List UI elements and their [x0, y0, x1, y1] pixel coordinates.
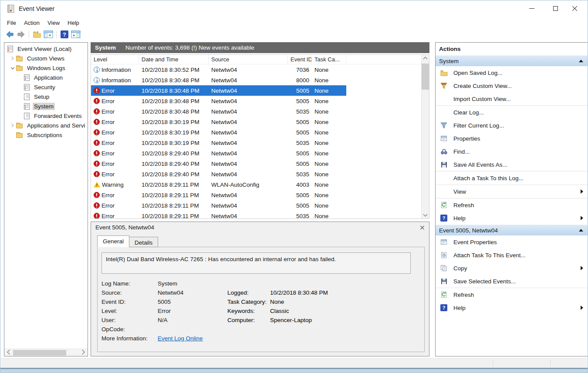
actions-section-event-header[interactable]: Event 5005, Netwtw04 — [436, 225, 588, 235]
scrollbar-thumb[interactable] — [422, 64, 429, 90]
preview-close-icon[interactable] — [419, 225, 425, 230]
event-log-online-link[interactable]: Event Log Online — [158, 334, 203, 343]
action-view[interactable]: View — [436, 185, 588, 198]
action-clear-log[interactable]: Clear Log... — [436, 106, 588, 119]
toolbar: ? — [4, 28, 588, 40]
forward-button[interactable] — [15, 29, 27, 40]
task-category-cell: None — [312, 192, 346, 198]
scrollbar-thumb[interactable] — [13, 350, 66, 356]
level-text: Error — [101, 98, 115, 104]
action-save-selected-events[interactable]: Save Selected Events... — [436, 275, 588, 288]
tree-item-application[interactable]: Application — [4, 73, 88, 82]
back-button[interactable] — [4, 29, 15, 40]
tree-item-subscriptions[interactable]: Subscriptions — [4, 130, 88, 140]
event-row[interactable]: Error 10/2/2018 8:29:11 PM Netwtw04 5035… — [91, 211, 421, 218]
action-open-saved-log[interactable]: Open Saved Log... — [436, 66, 588, 79]
event-row[interactable]: Error 10/2/2018 8:30:19 PM Netwtw04 5005… — [91, 127, 421, 138]
event-description[interactable]: Intel(R) Dual Band Wireless-AC 7265 : Ha… — [101, 252, 411, 274]
no-icon — [440, 95, 448, 103]
tree-item-windows-logs[interactable]: Windows Logs — [4, 63, 88, 73]
minimize-button[interactable] — [522, 1, 541, 15]
event-row[interactable]: Error 10/2/2018 8:30:48 PM Netwtw04 5005… — [91, 96, 421, 106]
date-cell: 10/2/2018 8:29:11 PM — [139, 181, 209, 188]
chevron-right-icon[interactable] — [10, 57, 14, 60]
tree-horizontal-scrollbar[interactable] — [4, 349, 88, 356]
action-create-custom-view[interactable]: Create Custom View... — [436, 79, 588, 92]
section-header-label: Event 5005, Netwtw04 — [439, 227, 498, 234]
tree-item-forwarded-events[interactable]: Forwarded Events — [4, 111, 88, 121]
maximize-icon — [553, 6, 558, 11]
subscriptions-folder-icon — [16, 133, 23, 138]
column-header-event-id[interactable]: Event ID — [288, 55, 312, 64]
menu-file[interactable]: File — [3, 18, 20, 28]
field-label: Source: — [101, 288, 158, 297]
show-action-pane-button[interactable] — [70, 29, 81, 40]
chevron-down-icon[interactable] — [11, 66, 14, 69]
event-row[interactable]: Error 10/2/2018 8:29:40 PM Netwtw04 5005… — [91, 148, 421, 158]
action-import-custom-view[interactable]: Import Custom View... — [436, 92, 588, 105]
collapse-icon[interactable] — [579, 229, 583, 232]
event-row[interactable]: Error 10/2/2018 8:29:40 PM Netwtw04 5005… — [91, 158, 421, 169]
menu-help[interactable]: Help — [64, 18, 83, 28]
column-header-source[interactable]: Source — [209, 55, 288, 64]
help-icon: ? — [440, 304, 448, 312]
event-row[interactable]: Error 10/2/2018 8:30:48 PM Netwtw04 5035… — [91, 106, 421, 117]
forward-arrow-icon — [17, 30, 25, 38]
event-row[interactable]: Error 10/2/2018 8:30:19 PM Netwtw04 5005… — [91, 117, 421, 127]
tree-item-event-viewer-local[interactable]: Event Viewer (Local) — [4, 44, 88, 54]
table-vertical-scrollbar[interactable] — [421, 55, 429, 218]
action-event-properties[interactable]: Event Properties — [436, 235, 588, 249]
event-row-selected[interactable]: Error 10/2/2018 8:30:48 PM Netwtw04 5005… — [91, 85, 421, 96]
tab-general[interactable]: General — [97, 235, 129, 247]
actions-section-system-header[interactable]: System — [436, 55, 588, 66]
menu-view[interactable]: View — [44, 18, 64, 28]
tree-item-setup[interactable]: Setup — [4, 92, 88, 101]
action-refresh[interactable]: Refresh — [436, 198, 588, 212]
close-button[interactable] — [565, 1, 584, 15]
tree-item-system[interactable]: System — [4, 101, 88, 111]
scroll-down-icon[interactable] — [423, 212, 428, 217]
tree-label: Event Viewer (Local) — [16, 45, 73, 53]
date-cell: 10/2/2018 8:29:40 PM — [139, 150, 209, 157]
event-id-cell: 8000 — [288, 77, 312, 84]
action-refresh-event[interactable]: Refresh — [436, 288, 588, 301]
help-button[interactable]: ? — [59, 29, 70, 40]
action-label: Create Custom View... — [453, 83, 512, 89]
maximize-button[interactable] — [546, 1, 565, 15]
event-row[interactable]: Error 10/2/2018 8:29:11 PM Netwtw04 5005… — [91, 200, 421, 211]
scroll-up-icon[interactable] — [423, 57, 428, 61]
scroll-right-icon[interactable] — [80, 349, 84, 354]
action-save-all-events-as[interactable]: Save All Events As... — [436, 158, 588, 171]
event-row[interactable]: Error 10/2/2018 8:29:11 PM Netwtw04 5005… — [91, 190, 421, 200]
show-console-tree-button[interactable] — [43, 29, 54, 40]
status-divider — [493, 360, 493, 367]
open-file-button[interactable] — [31, 29, 43, 40]
action-help-event[interactable]: ? Help — [436, 301, 588, 314]
action-attach-task-to-log[interactable]: Attach a Task To this Log... — [436, 171, 588, 185]
action-help[interactable]: ? Help — [436, 212, 588, 225]
source-cell: Netwtw04 — [209, 192, 288, 198]
scroll-left-icon[interactable] — [7, 349, 12, 354]
column-header-task-category[interactable]: Task Ca... — [312, 55, 346, 64]
action-properties[interactable]: Properties — [436, 132, 588, 145]
menu-action[interactable]: Action — [20, 18, 44, 28]
column-header-level[interactable]: Level — [91, 55, 139, 64]
action-filter-current-log[interactable]: Filter Current Log... — [436, 119, 588, 132]
action-attach-task-to-event[interactable]: Attach Task To This Event... — [436, 249, 588, 262]
event-row[interactable]: Error 10/2/2018 8:30:19 PM Netwtw04 5035… — [91, 138, 421, 148]
action-copy[interactable]: Copy — [436, 262, 588, 275]
event-row[interactable]: Warning 10/2/2018 8:29:11 PM WLAN-AutoCo… — [91, 179, 421, 190]
collapse-icon[interactable] — [579, 60, 583, 62]
tree-item-applications-and-services[interactable]: Applications and Servi — [4, 121, 88, 130]
event-row[interactable]: Information 10/2/2018 8:30:48 PM Netwtw0… — [91, 75, 421, 85]
action-find[interactable]: Find... — [436, 145, 588, 158]
tab-details[interactable]: Details — [129, 237, 158, 247]
tree-item-security[interactable]: Security — [4, 82, 88, 92]
event-row[interactable]: Error 10/2/2018 8:29:40 PM Netwtw04 5035… — [91, 169, 421, 179]
event-row[interactable]: Information 10/2/2018 8:30:52 PM Netwtw0… — [91, 64, 421, 75]
column-header-date[interactable]: Date and Time — [139, 55, 209, 64]
level-text: Error — [101, 150, 115, 157]
tree-item-custom-views[interactable]: Custom Views — [4, 54, 88, 63]
field-label: Event ID: — [101, 297, 158, 306]
chevron-right-icon[interactable] — [10, 124, 14, 127]
